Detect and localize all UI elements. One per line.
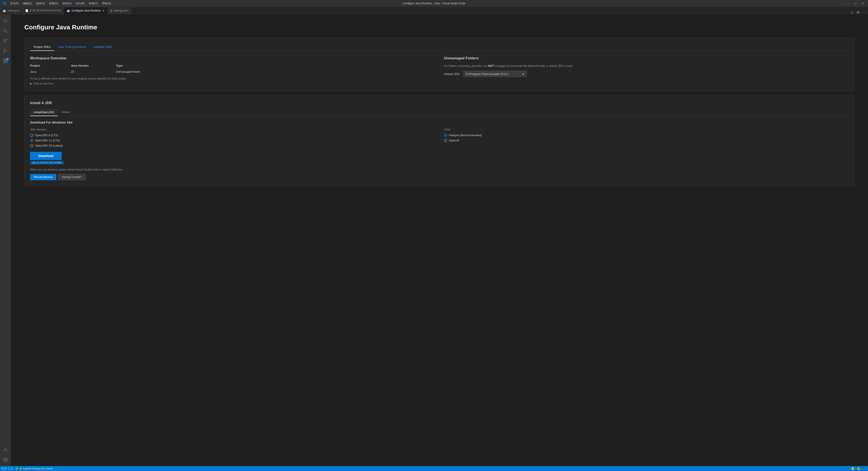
row-project: Java — [30, 70, 71, 73]
main-tabs: Project JDKs Java Tooling Runtime Instal… — [30, 43, 849, 51]
radio-jdk15[interactable]: OpenJDK 15 (Latest) — [30, 144, 435, 147]
activity-search[interactable] — [1, 27, 10, 35]
reload-window-button[interactable]: Reload Window — [30, 174, 56, 180]
row-version: 15 — [71, 70, 116, 73]
svg-rect-6 — [3, 59, 5, 61]
account-icon: 👤 — [863, 467, 866, 470]
svg-rect-8 — [3, 61, 5, 63]
jvm-section: JVM: Hotspot (Recommended) OpenJ9 — [444, 128, 849, 147]
warnings-icon: ⚠ — [8, 467, 10, 470]
menu-go[interactable]: 转到(G) — [60, 1, 73, 6]
workspace-overview: Workspace Overview Project Java Version … — [30, 56, 435, 85]
close-button[interactable]: ✕ — [860, 1, 866, 6]
radio-hotspot[interactable]: Hotspot (Recommended) — [444, 134, 849, 137]
menu-file[interactable]: 文件(F) — [8, 1, 21, 6]
status-account[interactable]: 👤 — [863, 467, 866, 470]
tab-configure-java[interactable]: ☕ Configure Java Runtime ✕ — [64, 6, 107, 14]
activity-bottom — [1, 445, 10, 464]
menu-edit[interactable]: 编辑(E) — [21, 1, 34, 6]
expand-arrow-icon: ▶ — [30, 82, 32, 85]
warnings-count: 0 — [11, 467, 12, 470]
tab-label: 扩展 Java Extension Pack — [30, 8, 61, 12]
titlebar-controls: ─ ◻ ✕ — [845, 1, 866, 6]
jdk-version-radio-group: OpenJDK 8 (LTS) OpenJDK 11 (LTS) OpenJDK… — [30, 134, 435, 147]
menu-help[interactable]: 帮助(H) — [100, 1, 113, 6]
download-button[interactable]: Download — [30, 152, 62, 160]
chevron-down-icon: ▾ — [522, 72, 524, 76]
statusbar-left: ⊘ 0 ⚠ 0 ⚡ ⚡ Launch Current File (Java) — [2, 467, 53, 470]
tab-label: settings.json — [114, 9, 129, 12]
activity-bar: 1 — [0, 15, 11, 466]
row-type: Unmanaged folder — [116, 70, 161, 73]
titlebar-title: Configure Java Runtime - Java - Visual S… — [403, 2, 465, 5]
tab-installed-jdks[interactable]: Installed JDKs — [90, 43, 116, 51]
tabbar-actions: ▷ ⊟ ··· — [848, 10, 868, 14]
radio-jdk11[interactable]: OpenJDK 11 (LTS) — [30, 139, 435, 142]
errors-icon: ⊘ — [2, 467, 4, 470]
content-area: Configure Java Runtime Project JDKs Java… — [11, 15, 868, 466]
tab-others[interactable]: Others — [58, 109, 74, 116]
radio-circle-jdk8 — [30, 134, 33, 137]
status-notifications[interactable]: 🔔 — [857, 467, 860, 470]
install-jdk-card: Install A JDK AdoptOpenJDK Others Downlo… — [24, 95, 855, 186]
menu-terminal[interactable]: 终端(T) — [87, 1, 99, 6]
tab-project-jdks[interactable]: Project JDKs — [30, 43, 54, 51]
project-jdks-card: Project JDKs Java Tooling Runtime Instal… — [24, 38, 855, 91]
radio-label-jdk15: OpenJDK 15 (Latest) — [35, 144, 63, 147]
activity-extensions[interactable]: 1 — [1, 56, 10, 65]
split-editor-icon[interactable]: ⊟ — [856, 10, 860, 14]
json-icon: {} — [110, 9, 112, 12]
activity-run-debug[interactable] — [1, 46, 10, 55]
radio-jdk8[interactable]: OpenJDK 8 (LTS) — [30, 134, 435, 137]
ext-icon: 📄 — [25, 9, 29, 12]
menu-selection[interactable]: 选择(S) — [34, 1, 47, 6]
default-jdk-label: Default JDK: — [444, 72, 460, 76]
feedback-icon: 🙂 — [851, 467, 855, 470]
activity-explorer[interactable] — [1, 16, 10, 26]
minimize-button[interactable]: ─ — [845, 1, 851, 6]
run-icon[interactable]: ▷ — [850, 10, 854, 14]
svg-point-3 — [6, 39, 7, 40]
install-jdk-tabs: AdoptOpenJDK Others — [30, 109, 849, 116]
vscode-logo — [2, 1, 6, 5]
radio-openj9[interactable]: OpenJ9 — [444, 139, 849, 142]
activity-settings[interactable] — [1, 455, 10, 464]
unmanaged-folders-title: Unmanaged Folders — [444, 56, 849, 60]
jvm-label: JVM: — [444, 128, 849, 131]
expand-how-to[interactable]: ▶ Click to see how — [30, 82, 435, 85]
col-java-version: Java Version — [71, 64, 116, 67]
tab-close-button[interactable]: ✕ — [102, 9, 105, 12]
jdk-select-value: D:\Program Files\Java\jdk-15.0.2 — [466, 72, 508, 76]
tab-hello-java[interactable]: ☕ Hello.java — [0, 6, 22, 14]
status-launch[interactable]: ⚡ ⚡ Launch Current File (Java) — [15, 467, 53, 470]
jdk-select-dropdown[interactable]: D:\Program Files\Java\jdk-15.0.2 ▾ — [463, 71, 526, 77]
menu-view[interactable]: 查看(V) — [47, 1, 60, 6]
titlebar: 文件(F) 编辑(E) 选择(S) 查看(V) 转到(G) 运行(R) 终端(T… — [0, 0, 868, 7]
install-jdk-title: Install A JDK — [30, 101, 849, 105]
menu-run[interactable]: 运行(R) — [74, 1, 87, 6]
tab-settings-json[interactable]: {} settings.json — [107, 6, 131, 14]
activity-source-control[interactable] — [1, 36, 10, 45]
svg-point-0 — [4, 29, 6, 32]
main-layout: 1 Configure Java Runtime Project JDKs — [0, 15, 868, 466]
tab-java-tooling[interactable]: Java Tooling Runtime — [54, 43, 90, 51]
tab-java-ext-pack[interactable]: 📄 扩展 Java Extension Pack — [22, 6, 64, 14]
tab-label: Hello.java — [7, 9, 20, 12]
maximize-button[interactable]: ◻ — [852, 1, 859, 6]
expand-label: Click to see how — [33, 82, 53, 85]
tab-adoptopenjdk[interactable]: AdoptOpenJDK — [30, 109, 58, 116]
jdk-version-label: JDK Version: — [30, 128, 435, 131]
reload-text: When you are finished, please reload Vis… — [30, 168, 849, 171]
having-trouble-button[interactable]: Having Trouble? — [58, 174, 86, 180]
bell-icon: 🔔 — [857, 467, 860, 470]
svg-point-2 — [4, 39, 5, 40]
download-platform: Download For Windows X64 — [30, 121, 849, 124]
status-errors[interactable]: ⊘ 0 ⚠ 0 — [2, 467, 12, 470]
activity-account[interactable] — [1, 445, 10, 454]
launch-label: ⚡ Launch Current File (Java) — [19, 467, 53, 470]
more-actions-icon[interactable]: ··· — [862, 10, 866, 14]
page-title: Configure Java Runtime — [24, 24, 855, 31]
radio-label-openj9: OpenJ9 — [449, 139, 459, 142]
status-feedback[interactable]: 🙂 — [851, 467, 855, 470]
col-type: Type — [116, 64, 161, 67]
